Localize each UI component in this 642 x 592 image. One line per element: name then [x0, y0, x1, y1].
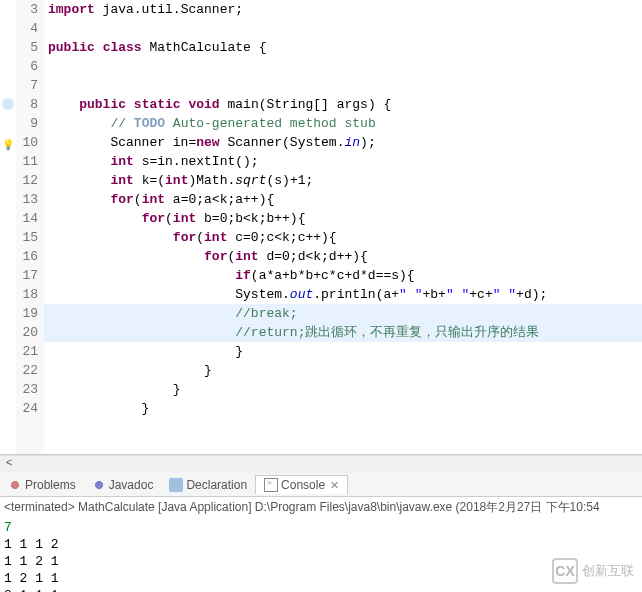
marker-slot [0, 269, 16, 288]
scroll-left-button[interactable]: < [0, 457, 18, 473]
code-line[interactable]: for(int c=0;c<k;c++){ [44, 228, 642, 247]
line-number: 8 [16, 95, 38, 114]
code-line[interactable]: } [44, 380, 642, 399]
code-line[interactable]: //return;跳出循环，不再重复，只输出升序的结果 [44, 323, 642, 342]
line-number: 11 [16, 152, 38, 171]
marker-slot [0, 117, 16, 136]
code-line[interactable]: int s=in.nextInt(); [44, 152, 642, 171]
marker-slot [0, 307, 16, 326]
line-number: 22 [16, 361, 38, 380]
marker-slot [0, 98, 16, 117]
code-line[interactable]: System.out.println(a+" "+b+" "+c+" "+d); [44, 285, 642, 304]
tab-javadoc[interactable]: Javadoc [84, 476, 162, 494]
line-number: 15 [16, 228, 38, 247]
override-marker-icon [2, 98, 14, 110]
marker-slot [0, 288, 16, 307]
line-number: 13 [16, 190, 38, 209]
marker-slot [0, 193, 16, 212]
code-line[interactable]: public static void main(String[] args) { [44, 95, 642, 114]
line-number: 12 [16, 171, 38, 190]
line-number: 17 [16, 266, 38, 285]
tab-problems[interactable]: Problems [0, 476, 84, 494]
marker-slot [0, 326, 16, 345]
marker-slot [0, 76, 16, 95]
marker-slot [0, 402, 16, 421]
marker-slot [0, 231, 16, 250]
code-line[interactable] [44, 76, 642, 95]
code-line[interactable]: for(int b=0;b<k;b++){ [44, 209, 642, 228]
code-line[interactable]: } [44, 361, 642, 380]
marker-slot [0, 345, 16, 364]
marker-slot [0, 364, 16, 383]
console-output[interactable]: 71 1 1 21 1 2 11 2 1 12 1 1 1 [0, 517, 642, 592]
marker-slot [0, 383, 16, 402]
problems-icon [8, 478, 22, 492]
tab-label: Console [281, 478, 325, 492]
javadoc-icon [92, 478, 106, 492]
code-area[interactable]: import java.util.Scanner;public class Ma… [44, 0, 642, 454]
code-line[interactable]: int k=(int)Math.sqrt(s)+1; [44, 171, 642, 190]
tab-label: Declaration [186, 478, 247, 492]
console-stdout-line: 1 1 1 2 [4, 536, 638, 553]
line-number: 9 [16, 114, 38, 133]
marker-slot [0, 38, 16, 57]
console-stdout-line: 1 2 1 1 [4, 570, 638, 587]
watermark-logo: CX [552, 558, 578, 584]
tab-console[interactable]: Console✕ [255, 475, 348, 494]
marker-slot [0, 174, 16, 193]
line-number: 20 [16, 323, 38, 342]
code-line[interactable]: Scanner in=new Scanner(System.in); [44, 133, 642, 152]
marker-bar: 💡 [0, 0, 16, 454]
code-line[interactable]: } [44, 399, 642, 418]
line-number: 5 [16, 38, 38, 57]
decl-icon [169, 478, 183, 492]
marker-slot [0, 57, 16, 76]
line-number: 16 [16, 247, 38, 266]
tab-declaration[interactable]: Declaration [161, 476, 255, 494]
line-number: 18 [16, 285, 38, 304]
horizontal-scrollbar[interactable]: < [0, 455, 642, 473]
marker-slot [0, 0, 16, 19]
marker-slot [0, 19, 16, 38]
marker-slot [0, 250, 16, 269]
code-line[interactable]: // TODO Auto-generated method stub [44, 114, 642, 133]
line-number: 6 [16, 57, 38, 76]
line-number: 24 [16, 399, 38, 418]
line-number: 19 [16, 304, 38, 323]
console-stdin-line: 7 [4, 519, 638, 536]
line-number: 23 [16, 380, 38, 399]
code-line[interactable]: public class MathCalculate { [44, 38, 642, 57]
line-number: 3 [16, 0, 38, 19]
line-number: 10 [16, 133, 38, 152]
watermark: CX 创新互联 [552, 558, 634, 584]
code-line[interactable]: import java.util.Scanner; [44, 0, 642, 19]
line-number: 14 [16, 209, 38, 228]
line-number-gutter: 3456789101112131415161718192021222324 [16, 0, 44, 454]
code-line[interactable] [44, 19, 642, 38]
line-number: 7 [16, 76, 38, 95]
line-number: 4 [16, 19, 38, 38]
code-line[interactable]: for(int a=0;a<k;a++){ [44, 190, 642, 209]
code-line[interactable]: //break; [44, 304, 642, 323]
console-stdout-line: 2 1 1 1 [4, 587, 638, 592]
code-line[interactable]: } [44, 342, 642, 361]
marker-slot [0, 155, 16, 174]
tab-label: Javadoc [109, 478, 154, 492]
view-tabs: ProblemsJavadocDeclarationConsole✕ [0, 473, 642, 497]
quickfix-bulb-icon: 💡 [0, 136, 16, 155]
watermark-text: 创新互联 [582, 562, 634, 580]
marker-slot [0, 212, 16, 231]
console-stdout-line: 1 1 2 1 [4, 553, 638, 570]
line-number: 21 [16, 342, 38, 361]
console-status-line: <terminated> MathCalculate [Java Applica… [0, 497, 642, 517]
tab-close-icon[interactable]: ✕ [330, 479, 339, 492]
code-line[interactable]: if(a*a+b*b+c*c+d*d==s){ [44, 266, 642, 285]
code-line[interactable] [44, 57, 642, 76]
code-line[interactable]: for(int d=0;d<k;d++){ [44, 247, 642, 266]
console-icon [264, 478, 278, 492]
code-editor[interactable]: 💡 3456789101112131415161718192021222324 … [0, 0, 642, 455]
tab-label: Problems [25, 478, 76, 492]
